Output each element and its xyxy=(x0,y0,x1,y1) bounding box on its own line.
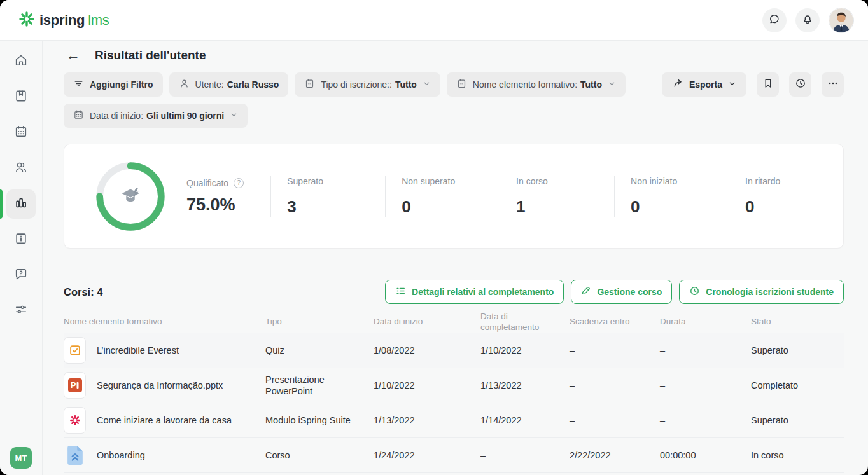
course-name: Segurança da Informação.pptx xyxy=(97,380,223,391)
ispring-burst-icon xyxy=(19,11,34,29)
col-scadenza: Scadenza entro xyxy=(570,317,660,327)
completion-date: 1/14/2022 xyxy=(480,415,570,426)
chevron-down-icon xyxy=(728,79,736,90)
sidebar-item-home[interactable] xyxy=(0,44,42,79)
ellipsis-icon xyxy=(827,78,839,92)
more-options-button[interactable] xyxy=(822,72,844,97)
bookmark-icon xyxy=(762,78,774,92)
notifications-button[interactable] xyxy=(795,8,820,32)
qualified-donut-chart xyxy=(94,160,167,233)
back-button[interactable]: ← xyxy=(64,47,83,64)
sidebar-item-support[interactable] xyxy=(0,258,42,293)
start-date: 1/13/2022 xyxy=(374,415,480,426)
start-date: 1/10/2022 xyxy=(374,380,480,391)
messages-button[interactable] xyxy=(762,8,787,32)
status: Completato xyxy=(751,380,844,391)
col-nome: Nome elemento formativo xyxy=(64,317,265,327)
ispring-lms-logo[interactable]: ispringlms xyxy=(19,11,109,29)
bell-icon xyxy=(801,13,814,28)
status: Superato xyxy=(751,345,844,356)
col-durata: Durata xyxy=(660,317,751,327)
course-name: Come iniziare a lavorare da casa xyxy=(97,415,232,426)
main-content: ← Risultati dell'utente Aggiungi Filtro xyxy=(43,41,868,475)
calendar-icon xyxy=(73,109,84,123)
sidebar-item-calendar[interactable] xyxy=(0,115,42,151)
completion-date: – xyxy=(480,450,570,461)
manage-course-button[interactable]: Gestione corso xyxy=(571,280,672,304)
schedule-report-button[interactable] xyxy=(789,72,811,97)
course-type: Modulo iSpring Suite xyxy=(265,415,374,426)
sidebar-item-library[interactable] xyxy=(0,222,42,258)
pencil-icon xyxy=(581,286,591,298)
col-tipo: Tipo xyxy=(265,317,374,327)
top-bar: ispringlms xyxy=(0,0,868,41)
sidebar-item-settings[interactable] xyxy=(0,293,42,329)
table-row[interactable]: Come iniziare a lavorare da casa Modulo … xyxy=(64,403,844,438)
users-icon xyxy=(14,160,28,177)
filter-chip-start-date[interactable]: Data di inizio: Gli ultimi 90 giorni xyxy=(64,104,248,128)
due-date: – xyxy=(570,415,660,426)
duration: – xyxy=(660,380,751,391)
filter-chip-training-item-name[interactable]: Nome elemento formativo: Tutto xyxy=(447,72,626,97)
add-filter-button[interactable]: Aggiungi Filtro xyxy=(64,72,163,97)
ispring-module-file-icon xyxy=(64,407,86,434)
user-icon xyxy=(179,78,190,92)
col-data-completamento: Data di completamento xyxy=(480,312,570,332)
chat-question-icon xyxy=(14,267,28,284)
course-type: Presentazione PowerPoint xyxy=(265,374,374,397)
bar-chart-icon xyxy=(14,196,28,212)
courses-count: Corsi: 4 xyxy=(64,286,102,298)
notepad-icon xyxy=(304,78,315,92)
sidebar-nav: MT xyxy=(0,41,43,475)
course-type: Corso xyxy=(265,450,374,461)
filter-chip-user[interactable]: Utente: Carla Russo xyxy=(169,72,289,97)
table-row[interactable]: P Segurança da Informação.pptx Presentaz… xyxy=(64,368,844,403)
save-report-button[interactable] xyxy=(757,72,779,97)
table-row[interactable]: L’incredibile Everest Quiz 1/08/2022 1/1… xyxy=(64,333,844,368)
app-window: ispringlms xyxy=(0,0,868,475)
user-avatar[interactable] xyxy=(829,8,854,33)
page-title: Risultati dell'utente xyxy=(95,48,206,62)
start-date: 1/24/2022 xyxy=(374,450,480,461)
completion-date: 1/10/2022 xyxy=(480,345,570,356)
duration: – xyxy=(660,345,751,356)
course-file-icon xyxy=(64,442,86,469)
table-row[interactable]: Onboarding Corso 1/24/2022 – 2/22/2022 0… xyxy=(64,438,844,473)
course-name: Onboarding xyxy=(97,450,145,461)
course-name: L’incredibile Everest xyxy=(97,345,179,356)
stat-non-superato: Non superato 0 xyxy=(385,176,500,217)
list-icon xyxy=(395,286,406,299)
chevron-down-icon xyxy=(423,79,431,90)
sidebar-item-courses[interactable] xyxy=(0,79,42,115)
chat-icon xyxy=(768,13,781,28)
chevron-down-icon xyxy=(608,79,616,90)
start-date: 1/08/2022 xyxy=(374,345,480,356)
status: Superato xyxy=(751,415,844,426)
sidebar-item-reports[interactable] xyxy=(0,186,42,222)
due-date: – xyxy=(570,380,660,391)
export-icon xyxy=(672,78,683,92)
book-icon xyxy=(14,89,28,106)
filter-icon xyxy=(73,78,84,92)
duration: 00:00:00 xyxy=(660,450,751,461)
course-type: Quiz xyxy=(265,345,374,356)
enrollment-history-button[interactable]: Cronologia iscrizioni studente xyxy=(679,280,844,304)
notepad-icon xyxy=(456,78,467,92)
stat-non-iniziato: Non iniziato 0 xyxy=(614,176,729,217)
col-stato: Stato xyxy=(751,317,844,327)
sidebar-user-badge[interactable]: MT xyxy=(10,447,32,469)
powerpoint-file-icon: P xyxy=(64,372,86,399)
due-date: 2/22/2022 xyxy=(570,450,660,461)
export-button[interactable]: Esporta xyxy=(662,72,746,97)
filter-chip-enrollment-type[interactable]: Tipo di iscrizione:: Tutto xyxy=(295,72,440,97)
duration: – xyxy=(660,415,751,426)
clock-icon xyxy=(689,286,700,299)
courses-table: Nome elemento formativo Tipo Data di ini… xyxy=(64,312,844,473)
completion-details-button[interactable]: Dettagli relativi al completamento xyxy=(385,280,564,304)
help-icon[interactable]: ? xyxy=(234,178,244,188)
calendar-icon xyxy=(14,125,28,141)
completion-date: 1/13/2022 xyxy=(480,380,570,391)
sidebar-item-users[interactable] xyxy=(0,151,42,186)
quiz-file-icon xyxy=(64,337,86,364)
table-header-row: Nome elemento formativo Tipo Data di ini… xyxy=(64,312,844,333)
